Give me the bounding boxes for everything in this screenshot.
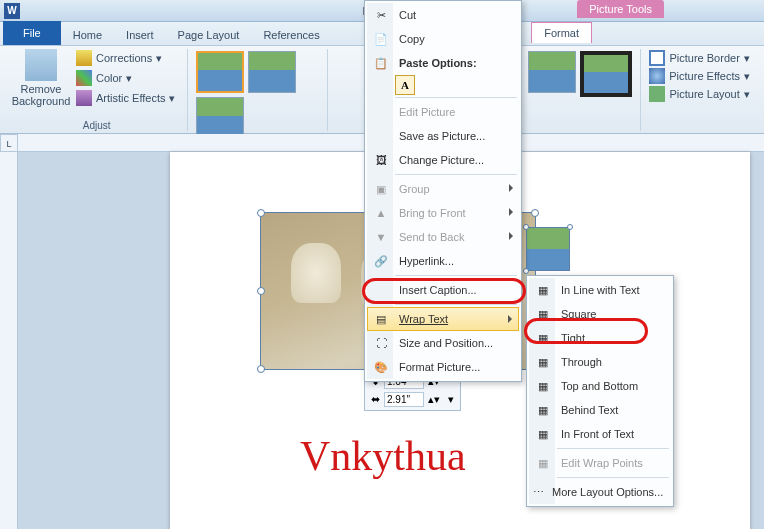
wrap-editpoints-icon: ▦ [533, 454, 553, 472]
resize-handle[interactable] [523, 224, 529, 230]
resize-handle[interactable] [257, 209, 265, 217]
resize-handle[interactable] [257, 287, 265, 295]
remove-background-label: Remove Background [12, 83, 71, 107]
word-icon: W [4, 3, 20, 19]
tab-home[interactable]: Home [61, 25, 114, 45]
remove-background-button[interactable]: Remove Background [12, 49, 70, 107]
wrap-behind[interactable]: ▦Behind Text [529, 398, 671, 422]
resize-handle[interactable] [523, 268, 529, 274]
menu-cut[interactable]: ✂Cut [367, 3, 519, 27]
menu-paste-options[interactable]: 📋Paste Options: [367, 51, 519, 75]
tab-format[interactable]: Format [531, 22, 592, 43]
group-icon: ▣ [371, 180, 391, 198]
color-label: Color [96, 72, 122, 84]
tab-page-layout[interactable]: Page Layout [166, 25, 252, 45]
menu-send-back: ▼Send to Back [367, 225, 519, 249]
resize-handle[interactable] [531, 209, 539, 217]
picture-effects-button[interactable]: Picture Effects ▾ [647, 67, 752, 85]
more-options-icon: ⋯ [533, 483, 544, 501]
paste-icon: 📋 [371, 54, 391, 72]
ribbon-group-adjust: Remove Background Corrections ▾ Color ▾ … [6, 49, 188, 131]
resize-handle[interactable] [567, 224, 573, 230]
width-input[interactable] [384, 392, 424, 407]
menu-copy[interactable]: 📄Copy [367, 27, 519, 51]
wrap-infront-icon: ▦ [533, 425, 553, 443]
vertical-ruler[interactable] [0, 152, 18, 529]
corrections-button[interactable]: Corrections ▾ [74, 49, 177, 67]
adjust-group-label: Adjust [83, 120, 111, 131]
contextual-tab-label: Picture Tools [577, 0, 664, 18]
wrap-tight[interactable]: ▦Tight [529, 326, 671, 350]
border-icon [649, 50, 665, 66]
wrap-top-bottom[interactable]: ▦Top and Bottom [529, 374, 671, 398]
format-picture-icon: 🎨 [371, 358, 391, 376]
artistic-icon [76, 90, 92, 106]
style-thumb[interactable] [528, 51, 576, 93]
wrap-inline-icon: ▦ [533, 281, 553, 299]
ribbon-group-styles [188, 49, 328, 131]
style-thumb[interactable] [248, 51, 296, 93]
wrap-square-icon: ▦ [533, 305, 553, 323]
ribbon-group-styles-2 [520, 49, 641, 131]
style-thumb[interactable] [196, 97, 244, 139]
menu-bring-front: ▲Bring to Front [367, 201, 519, 225]
ruler-corner: L [0, 134, 18, 152]
artistic-label: Artistic Effects [96, 92, 165, 104]
menu-format-picture[interactable]: 🎨Format Picture... [367, 355, 519, 379]
spinner-icon[interactable]: ▴▾ [428, 393, 440, 406]
tab-references[interactable]: References [251, 25, 331, 45]
menu-insert-caption[interactable]: Insert Caption... [367, 278, 519, 302]
wrap-text-submenu: ▦In Line with Text ▦Square ▦Tight ▦Throu… [526, 275, 674, 507]
menu-edit-picture: Edit Picture [367, 100, 519, 124]
wrap-in-front[interactable]: ▦In Front of Text [529, 422, 671, 446]
style-thumb[interactable] [196, 51, 244, 93]
wrap-topbottom-icon: ▦ [533, 377, 553, 395]
wrap-more-options[interactable]: ⋯More Layout Options... [529, 480, 671, 504]
layout-icon [649, 86, 665, 102]
wrap-tight-icon: ▦ [533, 329, 553, 347]
effects-icon [649, 68, 665, 84]
resize-handle[interactable] [257, 365, 265, 373]
bring-front-icon: ▲ [371, 204, 391, 222]
hyperlink-icon: 🔗 [371, 252, 391, 270]
wrap-through-icon: ▦ [533, 353, 553, 371]
menu-hyperlink[interactable]: 🔗Hyperlink... [367, 249, 519, 273]
ribbon-group-picture-border: Picture Border ▾ Picture Effects ▾ Pictu… [641, 49, 758, 131]
wrap-through[interactable]: ▦Through [529, 350, 671, 374]
menu-group: ▣Group [367, 177, 519, 201]
picture-layout-button[interactable]: Picture Layout ▾ [647, 85, 751, 103]
menu-change-picture[interactable]: 🖼Change Picture... [367, 148, 519, 172]
context-menu: ✂Cut 📄Copy 📋Paste Options: A Edit Pictur… [364, 0, 522, 382]
picture-effects-label: Picture Effects [669, 70, 740, 82]
picture-border-button[interactable]: Picture Border ▾ [647, 49, 751, 67]
corrections-label: Corrections [96, 52, 152, 64]
width-icon: ⬌ [371, 393, 380, 406]
menu-wrap-text[interactable]: ▤Wrap Text [367, 307, 519, 331]
tab-insert[interactable]: Insert [114, 25, 166, 45]
change-picture-icon: 🖼 [371, 151, 391, 169]
size-position-icon: ⛶ [371, 334, 391, 352]
send-back-icon: ▼ [371, 228, 391, 246]
menu-size-position[interactable]: ⛶Size and Position... [367, 331, 519, 355]
color-button[interactable]: Color ▾ [74, 69, 177, 87]
picture-border-label: Picture Border [669, 52, 739, 64]
wrap-text-icon: ▤ [371, 310, 391, 328]
tab-file[interactable]: File [3, 21, 61, 45]
artistic-effects-button[interactable]: Artistic Effects ▾ [74, 89, 177, 107]
watermark-text: Vnkythua [300, 432, 466, 480]
wrap-behind-icon: ▦ [533, 401, 553, 419]
cut-icon: ✂ [371, 6, 391, 24]
wrap-edit-points: ▦Edit Wrap Points [529, 451, 671, 475]
copy-icon: 📄 [371, 30, 391, 48]
wrap-square[interactable]: ▦Square [529, 302, 671, 326]
wrap-inline[interactable]: ▦In Line with Text [529, 278, 671, 302]
picture-layout-label: Picture Layout [669, 88, 739, 100]
style-thumb[interactable] [580, 51, 632, 97]
menu-save-as-picture[interactable]: Save as Picture... [367, 124, 519, 148]
color-icon [76, 70, 92, 86]
selected-image-small[interactable] [526, 227, 570, 271]
paste-option-keep[interactable]: A [395, 75, 415, 95]
corrections-icon [76, 50, 92, 66]
remove-background-icon [25, 49, 57, 81]
